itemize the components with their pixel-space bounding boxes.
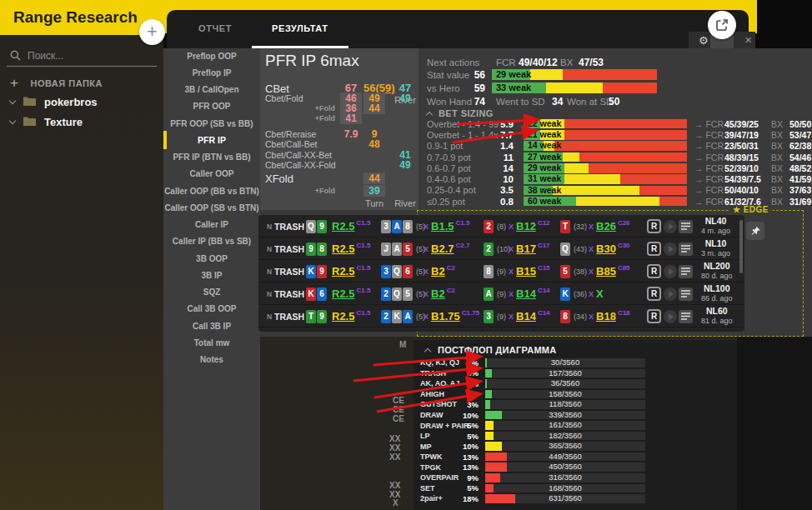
replay-button[interactable]: R — [647, 264, 661, 278]
action-link[interactable]: B85 — [596, 265, 616, 278]
action-link[interactable]: B14 — [516, 288, 536, 300]
notes-button[interactable] — [679, 220, 693, 233]
folder-item-pokerbros[interactable]: pokerbros — [0, 92, 163, 112]
nav-item-call-3b-oop[interactable]: Call 3B OOP — [163, 301, 260, 318]
action-link[interactable]: B14 — [516, 310, 536, 322]
action-link[interactable]: B26 — [596, 220, 616, 232]
hand-row-3[interactable]: NTRASHK6R2.5C1.52Q5(5)XB2C2A(9)XB14C14K(… — [258, 282, 744, 305]
diagram-row-label: AK, AQ, AJ — [414, 379, 459, 388]
next-actions-label: Next actions — [427, 57, 479, 68]
hand-category-label: TRASH — [274, 312, 304, 322]
replay-button[interactable]: R — [647, 242, 661, 256]
action-link[interactable]: B17 — [516, 242, 536, 255]
settings-gear-icon[interactable]: ⚙ — [699, 34, 709, 47]
play-button[interactable] — [664, 220, 677, 233]
diagram-row-tpwk[interactable]: TPWK13%449/3560 — [414, 452, 737, 462]
replay-button[interactable]: R — [647, 309, 661, 323]
preflop-link[interactable]: R2.5 — [332, 310, 354, 322]
nav-item-pfr-ip-btn-vs-bb[interactable]: PFR IP (BTN vs BB) — [163, 149, 260, 166]
nav-item-pfr-oop-sb-vs-bb[interactable]: PFR OOP (SB vs BB) — [163, 115, 260, 132]
pot-size: (9) — [497, 268, 506, 276]
nav-item-caller-ip-bb-vs-sb[interactable]: Caller IP (BB vs SB) — [163, 233, 260, 250]
hand-category: TRASH — [274, 260, 304, 282]
play-button[interactable] — [664, 242, 677, 256]
check-action[interactable]: X — [596, 288, 604, 300]
bet-size-value: 14 — [494, 163, 514, 173]
hand-row-4[interactable]: NTRASHT9R2.5C1.52KA(5)XB1.75C1.753(9)XB1… — [258, 305, 744, 328]
open-external-button[interactable] — [708, 11, 736, 39]
play-button[interactable] — [664, 288, 677, 301]
nav-item-pfr-oop[interactable]: PFR OOP — [163, 98, 260, 115]
diagram-row-kq-kj-qj[interactable]: KQ, KJ, QJ1%30/3560 — [414, 358, 737, 368]
diagram-row-draw-pair[interactable]: DRAW + PAIR5%161/3560 — [414, 420, 737, 431]
hand-row-1[interactable]: NTRASH98R2.5C1.5JA5(5)XB2.7C2.72(10)XB17… — [258, 238, 744, 260]
play-button[interactable] — [664, 265, 677, 278]
notes-button[interactable] — [679, 288, 693, 301]
diagram-row-2pair[interactable]: 2pair+18%631/3560 — [414, 493, 737, 504]
preflop-link[interactable]: R2.5 — [332, 242, 354, 255]
diagram-row-draw[interactable]: DRAW10%339/3560 — [414, 410, 737, 421]
diagram-row-set[interactable]: SET5%168/3560 — [414, 483, 737, 494]
nav-item-caller-oop-sb-vs-btn[interactable]: Caller OOP (SB vs BTN) — [163, 199, 260, 216]
action-link[interactable]: B2.7 — [431, 242, 454, 255]
preflop-action: R2.5C1.5 — [332, 238, 370, 260]
diagram-row-trash[interactable]: TRASH4%157/3560 — [414, 368, 737, 379]
tab-отчет[interactable]: ОТЧЕТ — [178, 10, 252, 48]
nav-item-preflop-ip[interactable]: Preflop IP — [163, 64, 260, 81]
notes-button[interactable] — [679, 265, 693, 278]
add-button[interactable]: + — [139, 19, 165, 45]
nav-item-total-mw[interactable]: Total mw — [163, 334, 260, 351]
diagram-row-gutshot[interactable]: GUTSHOT3%118/3560 — [414, 399, 737, 410]
diagram-row-lp[interactable]: LP5%182/3560 — [414, 431, 737, 442]
action-link[interactable]: B30 — [596, 242, 616, 255]
tab-результат[interactable]: РЕЗУЛЬТАТ — [252, 10, 348, 48]
diagram-row-tpgk[interactable]: TPGK13%450/3560 — [414, 462, 737, 472]
play-button[interactable] — [664, 310, 677, 323]
close-icon[interactable]: × — [744, 32, 752, 48]
action-link[interactable]: B18 — [596, 310, 616, 322]
notes-button[interactable] — [679, 310, 693, 323]
action-link[interactable]: B2 — [431, 265, 445, 278]
went-sd-label: Went to SD — [496, 96, 545, 108]
nav-item-caller-oop-bb-vs-btn[interactable]: Caller OOP (BB vs BTN) — [163, 182, 260, 199]
diagram-row-ak-aq-aj[interactable]: AK, AQ, AJ1%36/3560 — [414, 378, 737, 389]
scrollbar[interactable] — [739, 220, 743, 273]
preflop-link[interactable]: R2.5 — [332, 265, 354, 278]
preflop-link[interactable]: R2.5 — [332, 288, 354, 300]
action-link[interactable]: B15 — [516, 265, 536, 278]
diagram-row-ahigh[interactable]: AHIGH4%158/3560 — [414, 389, 737, 400]
search-input[interactable] — [28, 50, 144, 62]
diagram-row-overpair[interactable]: OVERPAIR9%316/3560 — [414, 472, 737, 483]
folder-item-texture[interactable]: Texture — [0, 112, 163, 132]
nav-item-3b-ip[interactable]: 3B IP — [163, 267, 260, 283]
nav-item-caller-oop[interactable]: Caller OOP — [163, 166, 260, 182]
preflop-link[interactable]: R2.5 — [332, 220, 354, 232]
diagram-row-label: SET — [414, 484, 459, 492]
replay-button[interactable]: R — [647, 287, 661, 301]
turn-card: A(9) — [484, 282, 506, 305]
nav-item-pfr-ip[interactable]: PFR IP — [163, 132, 260, 148]
diagram-row-mp[interactable]: MP10%365/3560 — [414, 441, 737, 452]
nav-item-caller-ip[interactable]: Caller IP — [163, 217, 260, 233]
nav-item-sqz[interactable]: SQZ — [163, 284, 260, 301]
bet-sizing-header[interactable]: BET SIZING — [427, 108, 494, 118]
notes-button[interactable] — [679, 242, 693, 256]
action-link[interactable]: B1.5 — [431, 220, 454, 232]
action-link[interactable]: B2 — [431, 288, 445, 300]
nav-item-preflop-oop[interactable]: Preflop OOP — [163, 48, 260, 64]
new-folder-button[interactable]: + НОВАЯ ПАПКА — [10, 75, 103, 92]
replay-button[interactable]: R — [647, 219, 661, 233]
nav-item-3b-oop[interactable]: 3B OOP — [163, 250, 260, 267]
hand-row-2[interactable]: NTRASHK9R2.5C1.53Q6(5)XB2C28(9)XB15C155(… — [258, 260, 744, 282]
action-link[interactable]: B1.75 — [431, 310, 460, 322]
nav-item-3b-callopen[interactable]: 3B / CallOpen — [163, 82, 260, 98]
search-box[interactable] — [7, 45, 157, 67]
pin-button[interactable] — [746, 222, 764, 240]
action-link[interactable]: B12 — [516, 220, 536, 232]
clipped-label: XX — [389, 443, 400, 452]
play-wrap — [664, 305, 677, 328]
hand-row-0[interactable]: NTRASHQ9R2.5C1.53A8(5)XB1.5C1.52(8)XB12C… — [258, 215, 744, 238]
nav-item-call-3b-ip[interactable]: Call 3B IP — [163, 318, 260, 334]
nav-item-notes[interactable]: Notes — [163, 352, 260, 368]
diagram-header[interactable]: ПОСТФЛОП ДИАГРАММА — [425, 345, 557, 355]
